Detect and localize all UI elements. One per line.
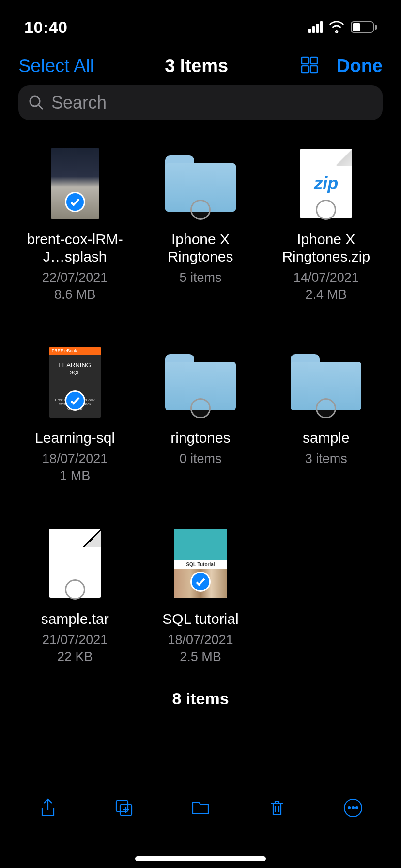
folder-name: Iphone X Ringtones: [150, 231, 251, 265]
file-size: 2.5 MB: [180, 649, 221, 666]
file-thumbnail: [40, 148, 110, 219]
wifi-icon: [328, 19, 345, 35]
file-grid: brent-cox-lRM-J…splash 22/07/2021 8.6 MB…: [0, 126, 401, 676]
folder-item[interactable]: ringtones 0 items: [140, 347, 261, 484]
selection-circle-icon[interactable]: [65, 579, 85, 600]
selection-circle-icon[interactable]: [190, 398, 211, 418]
select-all-button[interactable]: Select All: [18, 56, 94, 77]
svg-rect-2: [302, 66, 308, 73]
duplicate-button[interactable]: [112, 796, 136, 820]
svg-point-4: [30, 96, 40, 106]
file-item[interactable]: SQL Tutorial SQL tutorial 18/07/2021 2.5…: [140, 528, 261, 666]
status-icons: [308, 19, 377, 35]
delete-button[interactable]: [265, 796, 289, 820]
search-icon: [28, 94, 45, 111]
status-time: 10:40: [24, 18, 67, 37]
file-item[interactable]: brent-cox-lRM-J…splash 22/07/2021 8.6 MB: [15, 148, 135, 303]
nav-bar: Select All 3 Items Done: [0, 43, 401, 85]
svg-point-12: [352, 807, 354, 809]
search-field[interactable]: [18, 85, 383, 120]
svg-rect-1: [310, 57, 317, 64]
selection-checkmark-icon[interactable]: [190, 572, 211, 592]
svg-rect-3: [310, 66, 317, 73]
svg-point-11: [348, 807, 350, 809]
folder-count: 0 items: [179, 450, 221, 467]
share-button[interactable]: [36, 796, 60, 820]
status-bar: 10:40: [0, 0, 401, 43]
more-button[interactable]: [341, 796, 365, 820]
file-item[interactable]: FREE eBook LEARNINGSQLFree unaffiliated …: [15, 347, 135, 484]
search-input[interactable]: [51, 93, 373, 113]
file-name: SQL tutorial: [162, 610, 238, 628]
folder-count: 3 items: [305, 450, 347, 467]
selection-circle-icon[interactable]: [190, 200, 211, 220]
file-date: 18/07/2021: [168, 632, 233, 649]
page-title: 3 Items: [165, 56, 228, 77]
file-thumbnail: FREE eBook LEARNINGSQLFree unaffiliated …: [40, 347, 110, 418]
move-button[interactable]: [189, 796, 212, 820]
folder-item[interactable]: sample 3 items: [266, 347, 386, 484]
item-count-summary: 8 items: [0, 689, 401, 708]
folder-name: sample: [303, 429, 350, 447]
battery-icon: [351, 21, 377, 33]
file-date: 18/07/2021: [42, 450, 108, 467]
folder-name: ringtones: [170, 429, 230, 447]
file-size: 2.4 MB: [306, 286, 347, 303]
file-date: 22/07/2021: [42, 269, 108, 286]
file-name: Iphone X Ringtones.zip: [275, 231, 377, 265]
selection-circle-icon[interactable]: [316, 200, 336, 220]
folder-thumbnail: [291, 347, 361, 418]
file-size: 22 KB: [57, 649, 93, 666]
svg-line-5: [39, 105, 43, 109]
folder-thumbnail: [165, 148, 236, 219]
svg-rect-0: [302, 57, 308, 64]
bottom-toolbar: [0, 787, 401, 839]
folder-item[interactable]: Iphone X Ringtones 5 items: [140, 148, 261, 303]
home-indicator[interactable]: [135, 856, 266, 861]
view-toggle-button[interactable]: [299, 54, 320, 78]
folder-count: 5 items: [179, 269, 221, 286]
file-name: sample.tar: [41, 610, 109, 628]
file-size: 8.6 MB: [54, 286, 96, 303]
cellular-signal-icon: [308, 21, 323, 33]
svg-point-13: [356, 807, 358, 809]
selection-checkmark-icon[interactable]: [65, 390, 85, 411]
file-item[interactable]: zip Iphone X Ringtones.zip 14/07/2021 2.…: [266, 148, 386, 303]
file-name: brent-cox-lRM-J…splash: [24, 231, 126, 265]
file-thumbnail: SQL Tutorial: [165, 528, 236, 599]
file-date: 21/07/2021: [42, 632, 108, 649]
file-thumbnail: zip: [291, 148, 361, 219]
file-date: 14/07/2021: [293, 269, 359, 286]
file-size: 1 MB: [60, 467, 90, 484]
selection-checkmark-icon[interactable]: [65, 192, 85, 212]
file-thumbnail: [40, 528, 110, 599]
selection-circle-icon[interactable]: [316, 398, 336, 418]
folder-thumbnail: [165, 347, 236, 418]
done-button[interactable]: Done: [337, 56, 383, 77]
file-name: Learning-sql: [35, 429, 115, 447]
file-item[interactable]: sample.tar 21/07/2021 22 KB: [15, 528, 135, 666]
